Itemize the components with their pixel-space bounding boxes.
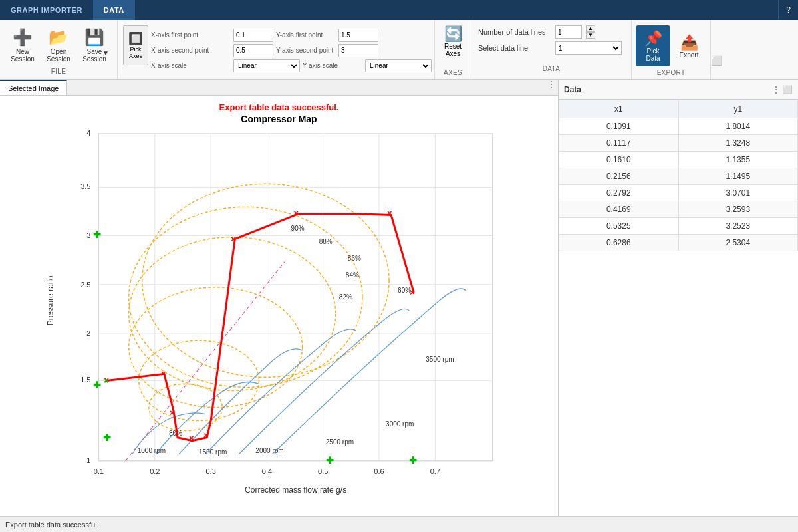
status-message: Export table data successful.: [5, 521, 99, 529]
svg-text:×: ×: [161, 368, 166, 378]
table-row: 0.16101.1355: [559, 152, 798, 168]
left-tab-bar: Selected Image ⋮: [0, 80, 558, 96]
x-first-input[interactable]: [233, 29, 273, 42]
ribbon-expand: ⬜: [711, 20, 725, 79]
reset-axes-button[interactable]: 🔄 Reset Axes: [438, 23, 468, 60]
x-scale-select[interactable]: Linear Log: [233, 59, 300, 72]
axes-ribbon-group: 🔲 Pick Axes X-axis first point Y-axis fi…: [118, 20, 435, 79]
col-y1-header: y1: [678, 100, 798, 118]
table-row: 0.53253.2523: [559, 218, 798, 235]
num-lines-row: Number of data lines ▲ ▼: [478, 25, 624, 39]
svg-text:88%: 88%: [319, 238, 332, 245]
pick-axes-button[interactable]: 🔲 Pick Axes: [123, 25, 148, 65]
cell-y1: 3.2593: [678, 201, 798, 218]
new-session-button[interactable]: ➕ New Session: [5, 25, 40, 66]
svg-text:×: ×: [231, 234, 236, 244]
svg-text:0.3: 0.3: [205, 467, 215, 475]
svg-text:×: ×: [294, 208, 299, 218]
svg-text:2.5: 2.5: [80, 281, 90, 289]
tab-graph-importer[interactable]: GRAPH IMPORTER: [0, 0, 93, 20]
svg-text:0.4: 0.4: [262, 467, 272, 475]
svg-text:1.5: 1.5: [80, 376, 90, 384]
export-success-message: Export table data successful.: [7, 102, 551, 112]
cell-x1: 0.2156: [559, 168, 679, 185]
cell-y1: 1.1355: [678, 152, 798, 168]
cell-x1: 0.5325: [559, 218, 679, 235]
svg-text:1500 rpm: 1500 rpm: [199, 448, 227, 456]
chart-title: Compressor Map: [7, 114, 551, 124]
cell-y1: 1.1495: [678, 168, 798, 185]
svg-text:4: 4: [86, 129, 90, 137]
x-second-input[interactable]: [233, 44, 273, 57]
table-row: 0.62862.5304: [559, 235, 798, 251]
svg-text:×: ×: [410, 287, 415, 297]
svg-text:1000 rpm: 1000 rpm: [138, 447, 166, 454]
cell-x1: 0.4169: [559, 201, 679, 218]
export-buttons: 📌 Pick Data 📤 Export: [636, 23, 706, 69]
chart-svg: 1 1.5 2 2.5 3 3.5 4 0.1 0.2 0.3 0.4 0.5 …: [7, 127, 551, 501]
right-panel-expand[interactable]: ⬜: [783, 85, 793, 94]
selected-image-tab[interactable]: Selected Image: [0, 80, 67, 95]
svg-text:×: ×: [170, 408, 175, 418]
new-session-icon: ➕: [13, 28, 33, 47]
right-panel: Data ⋮ ⬜ x1 y1 0.10911.80140.11171.32480…: [559, 80, 798, 516]
svg-text:3.5: 3.5: [80, 182, 90, 190]
data-group-label: DATA: [543, 65, 560, 74]
svg-text:3: 3: [86, 231, 90, 239]
svg-text:0.1: 0.1: [94, 467, 104, 475]
svg-text:2: 2: [86, 329, 90, 337]
table-row: 0.11171.3248: [559, 135, 798, 152]
svg-text:Pressure ratio: Pressure ratio: [46, 275, 55, 325]
cell-y1: 1.3248: [678, 135, 798, 152]
svg-text:2500 rpm: 2500 rpm: [326, 438, 354, 446]
svg-text:✚: ✚: [94, 229, 102, 240]
svg-text:Corrected mass flow rate g/s: Corrected mass flow rate g/s: [245, 485, 346, 495]
expand-icon[interactable]: ⬜: [711, 55, 722, 66]
y-scale-select[interactable]: Linear Log: [365, 59, 432, 72]
svg-text:✚: ✚: [409, 455, 417, 466]
cell-x1: 0.2792: [559, 185, 679, 201]
y-first-input[interactable]: [338, 29, 378, 42]
title-bar: GRAPH IMPORTER DATA ?: [0, 0, 798, 20]
cell-y1: 2.5304: [678, 235, 798, 251]
y-second-input[interactable]: [338, 44, 378, 57]
right-panel-menu[interactable]: ⋮: [772, 85, 780, 94]
save-session-button[interactable]: 💾 Save Session ▼: [77, 25, 112, 66]
cell-x1: 0.1091: [559, 118, 679, 135]
axes-group-label: AXES: [444, 69, 462, 78]
export-ribbon-group: 📌 Pick Data 📤 Export EXPORT: [632, 20, 711, 79]
svg-text:0.2: 0.2: [150, 467, 160, 475]
data-table-container: x1 y1 0.10911.80140.11171.32480.16101.13…: [559, 100, 798, 251]
spin-up[interactable]: ▲: [586, 25, 595, 32]
svg-text:×: ×: [203, 430, 209, 440]
svg-text:✚: ✚: [326, 455, 334, 466]
reset-axes-icon: 🔄: [444, 25, 462, 43]
save-session-icon: 💾: [84, 28, 104, 47]
left-panel-menu-icon[interactable]: ⋮: [545, 80, 558, 95]
open-session-button[interactable]: 📂 Open Session: [41, 25, 76, 66]
svg-text:2000 rpm: 2000 rpm: [255, 447, 283, 454]
left-panel: Selected Image ⋮ Export table data succe…: [0, 80, 559, 516]
pick-data-icon: 📌: [644, 30, 662, 47]
x-first-row: X-axis first point Y-axis first point: [151, 29, 432, 42]
spin-down[interactable]: ▼: [586, 32, 595, 39]
table-row: 0.27923.0701: [559, 185, 798, 201]
svg-text:90%: 90%: [291, 225, 305, 232]
data-table: x1 y1 0.10911.80140.11171.32480.16101.13…: [559, 100, 798, 251]
num-lines-input[interactable]: [555, 25, 582, 39]
tab-data[interactable]: DATA: [93, 0, 135, 20]
svg-text:0.5: 0.5: [318, 467, 328, 475]
file-group-label: FILE: [51, 68, 66, 76]
export-group-label: EXPORT: [657, 69, 686, 78]
pick-data-button[interactable]: 📌 Pick Data: [636, 25, 670, 66]
export-button[interactable]: 📤 Export: [672, 25, 706, 66]
file-buttons: ➕ New Session 📂 Open Session 💾 Save Sess…: [5, 23, 112, 68]
chart-area: Export table data successful. Compressor…: [0, 96, 558, 516]
data-panel-title: Data: [564, 85, 581, 94]
help-button[interactable]: ?: [778, 0, 798, 20]
svg-text:×: ×: [189, 433, 194, 443]
svg-text:84%: 84%: [346, 271, 359, 279]
select-line-select[interactable]: 1 2 3: [555, 41, 622, 55]
svg-text:1: 1: [86, 456, 90, 464]
svg-text:3500 rpm: 3500 rpm: [426, 356, 454, 363]
